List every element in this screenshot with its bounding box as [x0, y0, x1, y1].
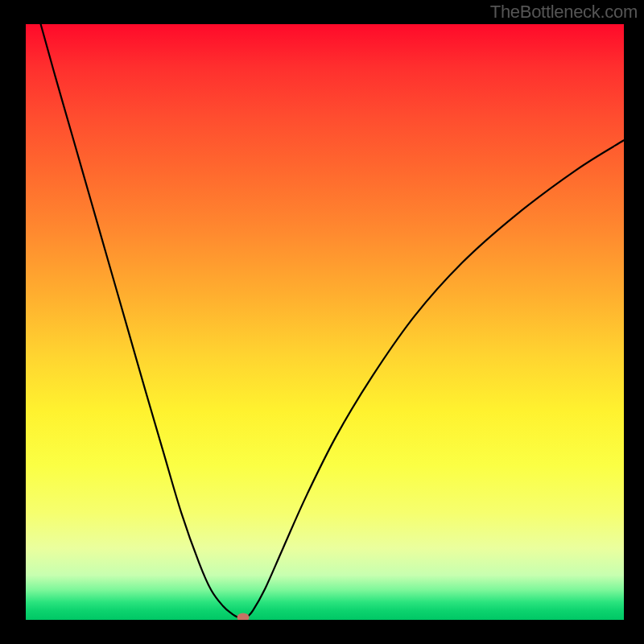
bottleneck-curve: [41, 24, 624, 619]
optimum-marker: [237, 613, 249, 620]
watermark: TheBottleneck.com: [490, 2, 638, 23]
curve-svg: [26, 24, 624, 620]
plot-area: [26, 24, 624, 620]
